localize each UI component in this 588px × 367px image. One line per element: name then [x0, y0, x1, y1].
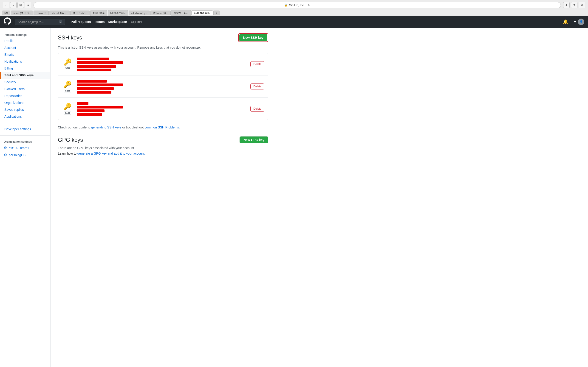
back-button[interactable]: ‹	[3, 2, 9, 8]
refresh-icon[interactable]: ↻	[308, 3, 310, 7]
search-input[interactable]: Search or jump to... /	[15, 19, 65, 25]
url-text: GitHub, Inc.	[289, 3, 305, 7]
sidebar-button[interactable]: ⊞	[17, 2, 24, 8]
browser-chrome: ‹ › ⊞ ★ 🔒 GitHub, Inc. ↻ ⬇ ⬆ ⧉ RS shihs …	[0, 0, 588, 16]
tab-shihs[interactable]: shihs (M.C. S...	[11, 10, 33, 15]
tab-create-r[interactable]: 創建R專案	[90, 10, 107, 16]
key-info-1	[77, 57, 247, 72]
generating-ssh-keys-link[interactable]: generating SSH keys	[91, 125, 121, 129]
new-ssh-key-button[interactable]: New SSH key	[239, 34, 267, 41]
sidebar-item-repositories[interactable]: Repositories	[0, 92, 50, 99]
sidebar-divider-1	[0, 123, 50, 123]
sidebar-item-ssh-gpg[interactable]: SSH and GPG keys	[0, 72, 50, 79]
main-content: SSH keys New SSH key This is a list of S…	[51, 28, 276, 367]
footer-text-1: Check out our guide to	[58, 125, 91, 129]
sidebar-item-security[interactable]: Security	[0, 79, 50, 85]
delete-key-2-button[interactable]: Delete	[250, 83, 264, 90]
sidebar-item-saved-replies[interactable]: Saved replies	[0, 106, 50, 113]
sidebar-item-billing[interactable]: Billing	[0, 65, 50, 72]
key-icon-wrap-1: 🔑 SSH	[62, 58, 73, 70]
key-icon-wrap-2: 🔑 SSH	[62, 81, 73, 92]
forward-button[interactable]: ›	[10, 2, 17, 8]
delete-key-1-button[interactable]: Delete	[250, 61, 264, 67]
sidebar-item-organizations[interactable]: Organizations	[0, 99, 50, 106]
org-settings-title: Organization settings	[0, 138, 50, 144]
tab-git-control[interactable]: Git版本控制...	[108, 10, 128, 16]
tab-rs[interactable]: RS	[2, 10, 10, 15]
key-added-1	[77, 65, 116, 68]
gpg-section-header: GPG keys New GPG key	[58, 136, 268, 143]
url-bar[interactable]: 🔒 GitHub, Inc. ↻	[34, 2, 561, 8]
tab-bar: RS shihs (M.C. S... Travis CI shihs/LiUA…	[0, 10, 588, 16]
nav-explore[interactable]: Explore	[130, 20, 142, 24]
key-icon-3: 🔑	[64, 103, 72, 110]
download-button[interactable]: ⬇	[563, 2, 570, 8]
tab-rstudio-ssh[interactable]: rstudio ssh g...	[129, 10, 150, 15]
new-tab-button[interactable]: ⧉	[579, 2, 585, 8]
key-fingerprint-2	[77, 83, 123, 86]
browser-action-buttons: ⬇ ⬆ ⧉	[563, 2, 585, 8]
search-shortcut: /	[59, 20, 62, 23]
nav-pull-requests[interactable]: Pull requests	[71, 20, 91, 24]
personal-settings-title: Personal settings	[0, 31, 50, 37]
sidebar: Personal settings Profile Account Emails…	[0, 28, 51, 367]
org-icon-pershing: ⚙	[4, 153, 7, 157]
key-info-3	[77, 101, 247, 116]
gpg-learn-link[interactable]: generate a GPG key and add it to your ac…	[78, 152, 145, 155]
key-added-3	[77, 109, 104, 112]
browser-toolbar: ‹ › ⊞ ★ 🔒 GitHub, Inc. ↻ ⬇ ⬆ ⧉	[0, 0, 588, 10]
avatar[interactable]: 👤	[578, 19, 584, 25]
new-ssh-highlight: New SSH key	[238, 33, 268, 42]
sidebar-item-account[interactable]: Account	[0, 44, 50, 51]
tab-travis[interactable]: Travis CI	[34, 10, 49, 15]
sidebar-item-emails[interactable]: Emails	[0, 51, 50, 58]
new-gpg-key-button[interactable]: New GPG key	[240, 136, 268, 143]
nav-issues[interactable]: Issues	[95, 20, 105, 24]
github-logo[interactable]	[4, 17, 11, 26]
org-icon-yb102: ⚙	[4, 146, 7, 150]
sidebar-item-applications[interactable]: Applications	[0, 113, 50, 120]
share-button[interactable]: ⬆	[571, 2, 578, 8]
delete-key-3-button[interactable]: Delete	[250, 106, 264, 112]
nav-marketplace[interactable]: Marketplace	[108, 20, 127, 24]
ssh-key-item-2: 🔑 SSH Delete	[58, 75, 268, 98]
ssh-section-header: SSH keys New SSH key	[58, 33, 268, 42]
key-last-used-2	[77, 91, 111, 94]
key-last-used-3	[77, 113, 102, 116]
org-item-pershing[interactable]: ⚙ pershingCSI	[0, 151, 50, 158]
tab-kexuewang[interactable]: 科学网一如...	[171, 10, 191, 16]
new-item-button[interactable]: ＋▾	[570, 19, 576, 25]
tab-liuad[interactable]: shihs/LiUAd...	[49, 10, 70, 15]
ssh-key-item-1: 🔑 SSH Delete	[58, 53, 268, 75]
browser-nav-buttons: ‹ › ⊞ ★	[3, 2, 31, 8]
new-tab-plus[interactable]: +	[213, 10, 220, 15]
key-name-1	[77, 58, 109, 60]
notifications-bell-icon[interactable]: 🔔	[563, 19, 568, 24]
common-ssh-problems-link[interactable]: common SSH Problems	[145, 125, 179, 129]
ssh-key-list: 🔑 SSH Delete 🔑 SSH	[58, 53, 268, 120]
key-last-used-1	[77, 69, 111, 71]
key-icon-2: 🔑	[64, 81, 72, 88]
footer-text-2: or troubleshoot	[121, 125, 145, 129]
key-fingerprint-1	[77, 61, 123, 64]
sidebar-developer-settings[interactable]: Developer settings	[0, 126, 50, 133]
key-badge-2: SSH	[64, 89, 71, 92]
key-icon-1: 🔑	[64, 58, 72, 66]
gpg-learn-prefix: Learn how to	[58, 152, 78, 155]
key-info-2	[77, 79, 247, 94]
sidebar-item-profile[interactable]: Profile	[0, 37, 50, 44]
tab-rstudio-git[interactable]: RStudio Git...	[150, 10, 170, 15]
tab-ssh-gpg[interactable]: SSH and GP...	[191, 10, 213, 15]
ssh-title: SSH keys	[58, 34, 82, 41]
sidebar-item-blocked-users[interactable]: Blocked users	[0, 85, 50, 92]
key-added-2	[77, 87, 114, 90]
header-right: 🔔 ＋▾ 👤	[563, 19, 584, 25]
tab-mcshih[interactable]: M.C. Shih '...	[70, 10, 90, 15]
key-badge-3: SSH	[64, 111, 71, 115]
org-label-yb102: YB102-Team1	[9, 146, 29, 150]
sidebar-item-notifications[interactable]: Notifications	[0, 58, 50, 65]
org-item-yb102[interactable]: ⚙ YB102-Team1	[0, 144, 50, 151]
main-nav: Pull requests Issues Marketplace Explore	[71, 20, 142, 24]
ssh-description: This is a list of SSH keys associated wi…	[58, 46, 268, 49]
bookmark-button[interactable]: ★	[25, 2, 31, 8]
